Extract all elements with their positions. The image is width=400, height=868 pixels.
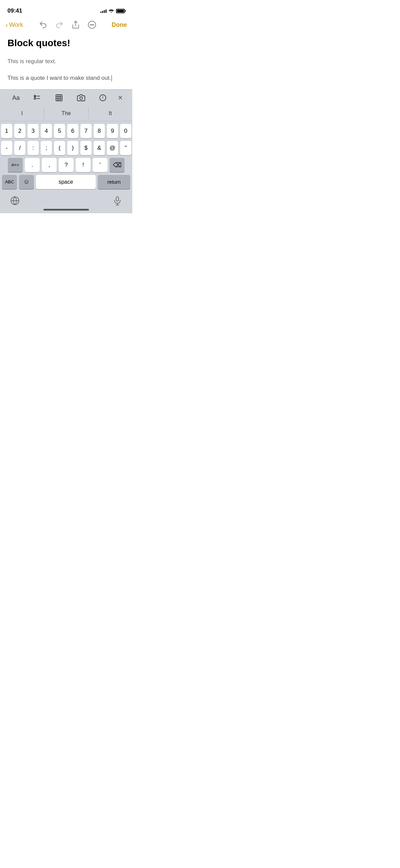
key-colon[interactable]: :	[27, 141, 39, 155]
camera-button[interactable]	[74, 92, 88, 103]
note-title[interactable]: Block quotes!	[7, 37, 125, 49]
signal-icon	[100, 9, 107, 13]
status-time: 09:41	[7, 7, 22, 14]
svg-rect-10	[56, 95, 62, 101]
more-button[interactable]	[86, 19, 98, 31]
key-8[interactable]: 8	[94, 124, 105, 138]
key-at[interactable]: @	[107, 141, 118, 155]
redo-button[interactable]	[54, 19, 65, 31]
return-button[interactable]: return	[98, 175, 130, 189]
note-paragraph-2-text: This is a quote I want to make stand out…	[7, 75, 111, 81]
key-ampersand[interactable]: &	[94, 141, 105, 155]
key-5[interactable]: 5	[54, 124, 65, 138]
text-cursor	[111, 75, 112, 82]
note-paragraph-1[interactable]: This is regular text.	[7, 57, 125, 66]
predictive-bar: I The It	[0, 106, 132, 121]
predictive-item-1[interactable]: I	[0, 106, 44, 121]
key-9[interactable]: 9	[107, 124, 118, 138]
svg-point-0	[111, 12, 112, 13]
number-row: 1 2 3 4 5 6 7 8 9 0	[1, 124, 131, 138]
undo-button[interactable]	[37, 19, 49, 31]
nav-back[interactable]: ‹ Work	[5, 21, 23, 29]
key-comma[interactable]: ,	[42, 158, 57, 172]
delete-button[interactable]: ⌫	[110, 158, 125, 172]
home-bar	[43, 209, 89, 211]
predictive-item-2[interactable]: The	[44, 106, 88, 121]
key-open-paren[interactable]: (	[54, 141, 65, 155]
special-row: #+= . , ? ! ' ⌫	[1, 158, 131, 172]
symbol-row: - / : ; ( ) $ & @ "	[1, 141, 131, 155]
note-content-area: Block quotes! This is regular text. This…	[0, 34, 132, 89]
keyboard-toolbar: Aa ✕	[0, 89, 132, 106]
predictive-item-3[interactable]: It	[88, 106, 132, 121]
key-7[interactable]: 7	[80, 124, 92, 138]
done-button[interactable]: Done	[112, 21, 127, 29]
status-bar: 09:41	[0, 0, 132, 17]
key-exclamation[interactable]: !	[76, 158, 91, 172]
svg-point-3	[90, 24, 91, 25]
svg-point-5	[93, 24, 94, 25]
aa-label: Aa	[12, 94, 20, 102]
nav-bar: ‹ Work	[0, 17, 132, 34]
bottom-bar	[0, 193, 132, 209]
nav-action-icons	[37, 19, 98, 31]
key-dash[interactable]: -	[1, 141, 12, 155]
home-indicator	[0, 209, 132, 213]
microphone-button[interactable]	[113, 196, 122, 207]
back-label: Work	[9, 21, 23, 29]
key-quote[interactable]: "	[120, 141, 131, 155]
key-slash[interactable]: /	[14, 141, 25, 155]
status-icons	[100, 8, 125, 14]
table-button[interactable]	[52, 92, 66, 103]
svg-point-4	[92, 24, 92, 25]
svg-rect-21	[116, 197, 119, 201]
bottom-row: ABC ☺ space return	[1, 175, 131, 189]
battery-icon	[116, 9, 125, 13]
wifi-icon	[109, 8, 114, 14]
key-dollar[interactable]: $	[80, 141, 92, 155]
keyboard-close-button[interactable]: ✕	[118, 94, 123, 102]
key-period[interactable]: .	[25, 158, 40, 172]
key-close-paren[interactable]: )	[67, 141, 78, 155]
key-2[interactable]: 2	[14, 124, 25, 138]
checklist-button[interactable]	[31, 92, 44, 103]
key-apostrophe[interactable]: '	[93, 158, 108, 172]
abc-button[interactable]: ABC	[2, 175, 17, 189]
note-paragraph-2[interactable]: This is a quote I want to make stand out…	[7, 74, 125, 83]
svg-point-8	[34, 98, 36, 100]
key-3[interactable]: 3	[27, 124, 39, 138]
key-hashtag[interactable]: #+=	[8, 158, 23, 172]
share-button[interactable]	[70, 19, 81, 31]
keyboard: 1 2 3 4 5 6 7 8 9 0 - / : ; ( ) $ & @ " …	[0, 121, 132, 193]
emoji-button[interactable]: ☺	[19, 175, 34, 189]
key-1[interactable]: 1	[1, 124, 12, 138]
key-0[interactable]: 0	[120, 124, 131, 138]
key-semicolon[interactable]: ;	[41, 141, 52, 155]
globe-button[interactable]	[10, 196, 20, 207]
space-button[interactable]: space	[36, 175, 96, 189]
key-4[interactable]: 4	[41, 124, 52, 138]
key-6[interactable]: 6	[67, 124, 78, 138]
chevron-left-icon: ‹	[5, 21, 8, 29]
svg-point-15	[80, 97, 82, 100]
markup-button[interactable]	[96, 92, 110, 103]
format-text-button[interactable]: Aa	[9, 93, 22, 103]
key-question[interactable]: ?	[59, 158, 74, 172]
